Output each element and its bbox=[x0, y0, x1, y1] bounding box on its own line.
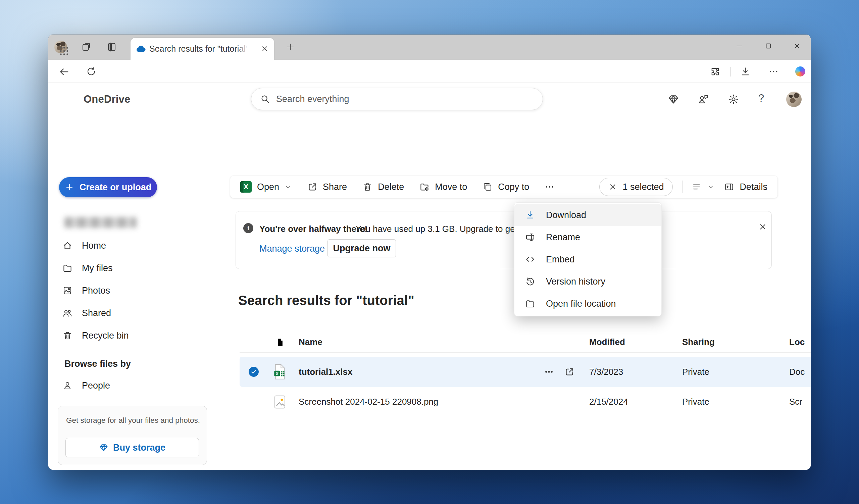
file-type-column-icon[interactable] bbox=[275, 332, 285, 352]
desktop-wallpaper: Search results for "tutorial" - One bbox=[0, 0, 859, 504]
menu-item-rename[interactable]: Rename bbox=[514, 226, 661, 248]
extensions-icon[interactable] bbox=[710, 66, 720, 77]
storage-card-text: Get storage for all your files and photo… bbox=[66, 416, 200, 425]
version-history-icon bbox=[525, 276, 535, 287]
banner-close-icon[interactable] bbox=[758, 223, 767, 231]
file-sharing: Private bbox=[682, 387, 709, 417]
share-icon bbox=[307, 182, 317, 192]
sidebar-item-my-files[interactable]: My files bbox=[48, 258, 209, 278]
excel-file-icon: X bbox=[273, 357, 287, 387]
window-close-button[interactable] bbox=[787, 39, 807, 53]
feedback-icon[interactable] bbox=[698, 94, 709, 105]
browser-window: Search results for "tutorial" - One bbox=[48, 34, 811, 470]
menu-item-open-file-location[interactable]: Open file location bbox=[514, 293, 661, 315]
trash-icon bbox=[62, 331, 73, 340]
file-location: Doc bbox=[789, 357, 805, 387]
toolbar-divider bbox=[730, 67, 731, 77]
open-button[interactable]: X Open bbox=[240, 181, 292, 193]
column-name[interactable]: Name bbox=[299, 332, 322, 352]
downloads-icon[interactable] bbox=[740, 66, 751, 77]
active-tab[interactable]: Search results for "tutorial" - One bbox=[131, 38, 274, 60]
window-minimize-button[interactable] bbox=[729, 39, 749, 53]
settings-gear-icon[interactable] bbox=[728, 94, 739, 105]
refresh-icon[interactable] bbox=[86, 66, 97, 77]
embed-icon bbox=[525, 254, 535, 264]
file-modified: 7/3/2023 bbox=[589, 357, 623, 387]
photos-icon bbox=[62, 286, 73, 296]
clear-selection-icon[interactable] bbox=[608, 183, 617, 191]
tab-title: Search results for "tutorial" - One bbox=[149, 38, 247, 60]
menu-item-embed[interactable]: Embed bbox=[514, 248, 661, 271]
file-name[interactable]: Screenshot 2024-02-15 220908.png bbox=[299, 387, 438, 417]
folder-icon bbox=[62, 263, 73, 273]
delete-icon bbox=[362, 182, 373, 192]
sidebar-item-photos[interactable]: Photos bbox=[48, 281, 209, 300]
premium-diamond-icon[interactable] bbox=[668, 94, 679, 105]
sidebar-item-people[interactable]: People bbox=[48, 376, 209, 395]
sidebar-item-recycle-bin[interactable]: Recycle bin bbox=[48, 326, 209, 345]
file-name[interactable]: tutorial1.xlsx bbox=[299, 357, 352, 387]
column-sharing[interactable]: Sharing bbox=[682, 332, 715, 352]
details-panel-icon bbox=[724, 182, 734, 192]
help-icon[interactable]: ? bbox=[758, 92, 764, 104]
table-row[interactable]: Screenshot 2024-02-15 220908.png 2/15/20… bbox=[240, 387, 811, 417]
move-to-icon bbox=[419, 182, 430, 192]
back-icon[interactable] bbox=[58, 66, 70, 77]
onedrive-favicon bbox=[135, 44, 146, 55]
delete-button[interactable]: Delete bbox=[362, 182, 404, 192]
plus-icon bbox=[65, 183, 74, 192]
sort-lines-icon bbox=[692, 182, 702, 192]
chevron-down-icon bbox=[285, 183, 292, 190]
details-button[interactable]: Details bbox=[724, 182, 767, 192]
search-placeholder: Search everything bbox=[276, 94, 349, 104]
window-maximize-button[interactable] bbox=[759, 39, 778, 53]
user-display-name-redacted bbox=[64, 217, 137, 228]
onedrive-page: OneDrive Search everything ? bbox=[48, 83, 811, 470]
column-location[interactable]: Loc bbox=[789, 332, 805, 352]
onedrive-logo[interactable]: OneDrive bbox=[84, 83, 130, 116]
file-sharing: Private bbox=[682, 357, 709, 387]
rename-icon bbox=[525, 232, 535, 242]
download-icon bbox=[525, 210, 535, 220]
selection-pill[interactable]: 1 selected bbox=[599, 178, 673, 196]
browse-files-by-heading: Browse files by bbox=[64, 359, 131, 369]
selected-check-icon[interactable] bbox=[248, 367, 259, 377]
chevron-down-icon bbox=[707, 184, 714, 190]
create-or-upload-button[interactable]: Create or upload bbox=[59, 177, 157, 197]
new-tab-button[interactable] bbox=[285, 42, 295, 52]
menu-item-version-history[interactable]: Version history bbox=[514, 271, 661, 293]
browser-more-icon[interactable] bbox=[768, 66, 779, 77]
manage-storage-link[interactable]: Manage storage bbox=[259, 244, 325, 254]
storage-banner: i You're over halfway there! You have us… bbox=[236, 211, 772, 269]
workspaces-icon[interactable] bbox=[80, 41, 92, 53]
onedrive-header: OneDrive Search everything ? bbox=[48, 83, 811, 116]
search-box[interactable]: Search everything bbox=[251, 88, 543, 110]
sidebar-item-home[interactable]: Home bbox=[48, 236, 209, 255]
copilot-icon[interactable] bbox=[795, 66, 805, 77]
table-row[interactable]: X tutorial1.xlsx 7/3/2023 Private Doc bbox=[240, 357, 811, 387]
people-icon bbox=[62, 308, 73, 318]
buy-storage-button[interactable]: Buy storage bbox=[65, 438, 199, 457]
move-to-button[interactable]: Move to bbox=[419, 182, 467, 192]
file-location: Scr bbox=[789, 387, 802, 417]
image-file-icon bbox=[273, 387, 287, 417]
banner-title: You're over halfway there! bbox=[259, 224, 367, 234]
share-button[interactable]: Share bbox=[307, 182, 347, 192]
upgrade-now-button[interactable]: Upgrade now bbox=[328, 239, 396, 257]
sidebar-item-shared[interactable]: Shared bbox=[48, 303, 209, 323]
row-more-icon[interactable] bbox=[544, 357, 554, 387]
person-icon bbox=[62, 381, 73, 391]
browser-tab-strip: Search results for "tutorial" - One bbox=[48, 34, 811, 60]
command-bar: X Open Share Delete Move to bbox=[230, 176, 778, 198]
sort-view-button[interactable] bbox=[692, 182, 714, 192]
account-avatar[interactable] bbox=[786, 92, 802, 107]
tab-close-icon[interactable] bbox=[261, 45, 269, 53]
menu-item-download[interactable]: Download bbox=[514, 204, 661, 226]
copy-to-button[interactable]: Copy to bbox=[483, 182, 529, 192]
tab-actions-icon[interactable] bbox=[106, 41, 118, 53]
storage-upsell-card: Get storage for all your files and photo… bbox=[58, 406, 207, 465]
row-share-icon[interactable] bbox=[564, 357, 574, 387]
app-launcher-icon[interactable] bbox=[58, 45, 71, 57]
column-modified[interactable]: Modified bbox=[589, 332, 625, 352]
more-commands-icon[interactable] bbox=[545, 182, 555, 192]
